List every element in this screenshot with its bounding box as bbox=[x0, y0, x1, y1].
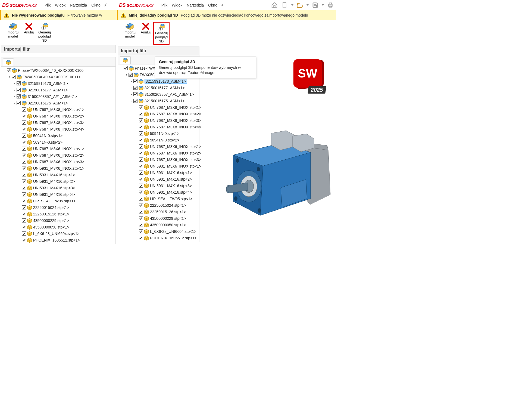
tree-row[interactable]: Phase-TWX0503A_40_4XXX00CK100 bbox=[3, 67, 115, 74]
collapse-icon[interactable]: ▾ bbox=[125, 73, 128, 76]
tree-checkbox[interactable] bbox=[17, 88, 21, 92]
cancel-button[interactable]: Anuluj bbox=[139, 22, 152, 35]
tree-checkbox[interactable] bbox=[22, 134, 26, 138]
new-document-button[interactable] bbox=[281, 2, 289, 8]
save-button[interactable] bbox=[311, 2, 319, 8]
tree-row[interactable]: ▸31500203857_AF1_ASM<1> bbox=[120, 91, 199, 98]
tree-checkbox[interactable] bbox=[139, 190, 143, 194]
tree-row[interactable]: 22250015024.stp<1> bbox=[120, 202, 199, 209]
tree-row[interactable]: ▸31500203857_AF1_ASM<1> bbox=[3, 93, 115, 100]
expand-icon[interactable]: ▸ bbox=[130, 93, 133, 96]
menu-narzedzia[interactable]: Narzędzia bbox=[68, 2, 88, 8]
expand-icon[interactable]: ▸ bbox=[13, 88, 16, 92]
generate-3d-preview-button[interactable]: Generuj podgląd 3D bbox=[153, 22, 170, 45]
tree-checkbox[interactable] bbox=[129, 73, 133, 77]
tree-checkbox[interactable] bbox=[133, 92, 137, 96]
tree-row[interactable]: 43500000229.stp<1> bbox=[120, 215, 199, 222]
panel-drag-handle[interactable]: ⋯⋯ bbox=[0, 53, 117, 57]
tree-row[interactable]: 50941N-0.stp<2> bbox=[3, 139, 115, 146]
tree-checkbox[interactable] bbox=[17, 94, 21, 98]
tree-checkbox[interactable] bbox=[139, 138, 143, 142]
tree-row[interactable]: UNI5931_M4X16.stp<2> bbox=[3, 178, 115, 185]
tree-row[interactable]: 43500000229.stp<1> bbox=[3, 217, 115, 224]
tree-row[interactable]: UNI7687_M3X6_INOX.stp<1> bbox=[120, 143, 199, 150]
menu-plik[interactable]: Plik bbox=[43, 2, 52, 8]
tree-row[interactable]: 50941N-0.stp<1> bbox=[3, 132, 115, 139]
tree-row[interactable]: UNI5931_M4X16.stp<1> bbox=[3, 172, 115, 178]
tree-row[interactable]: 43500000050.stp<1> bbox=[120, 222, 199, 228]
tree-checkbox[interactable] bbox=[22, 218, 26, 222]
import-model-button[interactable]: Importuj model bbox=[122, 22, 138, 39]
tree-checkbox[interactable] bbox=[22, 166, 26, 170]
feature-tree-tab[interactable] bbox=[3, 58, 14, 66]
tree-checkbox[interactable] bbox=[139, 216, 143, 220]
tree-checkbox[interactable] bbox=[139, 177, 143, 181]
3d-preview-viewport[interactable] bbox=[220, 117, 334, 220]
tree-row[interactable]: UNI7687_M3X8_INOX.stp<1> bbox=[3, 106, 115, 113]
tree-row[interactable]: LIP_SEAL_TW05.stp<1> bbox=[3, 198, 115, 204]
tree-row[interactable]: UNI7687_M3X8_INOX.stp<3> bbox=[3, 119, 115, 126]
tree-row[interactable]: 22250015024.stp<1> bbox=[3, 204, 115, 211]
home-button[interactable] bbox=[271, 2, 278, 8]
tree-row[interactable]: 22250015126.stp<1> bbox=[3, 211, 115, 217]
tree-checkbox[interactable] bbox=[139, 171, 143, 175]
tree-row[interactable]: UNI7687_M3X8_INOX.stp<2> bbox=[3, 113, 115, 119]
print-button[interactable] bbox=[327, 2, 334, 8]
tree-row[interactable]: 22250015126.stp<1> bbox=[120, 209, 199, 215]
expand-icon[interactable]: ▸ bbox=[130, 86, 133, 89]
tree-row[interactable]: UNI5931_M4X16.stp<3> bbox=[120, 183, 199, 189]
tree-row[interactable]: UNI7687_M3X6_INOX.stp<1> bbox=[3, 146, 115, 152]
menu-okno[interactable]: Okno bbox=[207, 2, 218, 8]
tree-row[interactable]: LIP_SEAL_TW05.stp<1> bbox=[120, 196, 199, 202]
tree-row[interactable]: 43500000050.stp<1> bbox=[3, 224, 115, 230]
tree-row[interactable]: ▸32150015175_ASM<1> bbox=[3, 100, 115, 106]
tree-checkbox[interactable] bbox=[7, 68, 11, 72]
tree-checkbox[interactable] bbox=[22, 199, 26, 203]
tree-row[interactable]: UNI7687_M3X6_INOX.stp<3> bbox=[3, 159, 115, 165]
tree-row[interactable]: ▸32159915173_ASM<1> bbox=[120, 78, 199, 85]
tree-checkbox[interactable] bbox=[22, 186, 26, 190]
tree-row[interactable]: UNI7687_M3X8_INOX.stp<3> bbox=[120, 117, 199, 124]
tree-checkbox[interactable] bbox=[22, 107, 26, 112]
tree-row[interactable]: PHOENIX_1605512.stp<1> bbox=[120, 235, 199, 241]
tree-row[interactable]: ▾TWX0503A.40.4XXX00CK100<1> bbox=[3, 74, 115, 80]
tree-checkbox[interactable] bbox=[139, 236, 143, 240]
tree-row[interactable]: UNI7687_M3X6_INOX.stp<3> bbox=[120, 156, 199, 163]
tree-row[interactable]: ▸32150015175_ASM<1> bbox=[120, 98, 199, 104]
tree-row[interactable]: 50941N-0.stp<1> bbox=[120, 130, 199, 137]
expand-icon[interactable]: ▸ bbox=[130, 99, 133, 103]
tree-row[interactable]: UNI5931_M4X16.stp<4> bbox=[3, 191, 115, 198]
tree-row[interactable]: UNI7687_M3X6_INOX.stp<2> bbox=[120, 150, 199, 156]
feature-tree-left[interactable]: Phase-TWX0503A_40_4XXX00CK100▾TWX0503A.4… bbox=[1, 66, 116, 244]
tree-row[interactable]: UNI5931_M4X16.stp<1> bbox=[120, 169, 199, 176]
tree-checkbox[interactable] bbox=[139, 157, 143, 162]
tree-row[interactable]: UNI7687_M3X8_INOX.stp<2> bbox=[120, 111, 199, 117]
tree-row[interactable]: UNI5931_M3X6_INOX.stp<1> bbox=[120, 163, 199, 169]
tree-row[interactable]: UNI5931_M4X16.stp<4> bbox=[120, 189, 199, 196]
tree-row[interactable]: ▸32150015177_ASM<1> bbox=[3, 87, 115, 93]
expand-icon[interactable]: ▸ bbox=[13, 95, 16, 98]
tree-checkbox[interactable] bbox=[133, 79, 137, 83]
tree-checkbox[interactable] bbox=[139, 105, 143, 109]
tree-row[interactable]: L_6X6-28_UNI6604.stp<1> bbox=[3, 230, 115, 237]
tree-checkbox[interactable] bbox=[22, 205, 26, 209]
tree-row[interactable]: UNI7687_M3X6_INOX.stp<2> bbox=[3, 152, 115, 159]
tree-checkbox[interactable] bbox=[17, 81, 21, 85]
menu-okno[interactable]: Okno bbox=[90, 2, 102, 8]
tree-checkbox[interactable] bbox=[139, 184, 143, 188]
tree-checkbox[interactable] bbox=[139, 131, 143, 135]
tree-row[interactable]: UNI5931_M4X16.stp<2> bbox=[120, 176, 199, 183]
cancel-button[interactable]: Anuluj bbox=[22, 22, 35, 35]
tree-row[interactable]: UNI7687_M3X8_INOX.stp<4> bbox=[120, 124, 199, 130]
save-dropdown[interactable] bbox=[322, 2, 324, 8]
tree-row[interactable]: ▸32150015177_ASM<1> bbox=[120, 85, 199, 91]
menu-narzedzia[interactable]: Narzędzia bbox=[185, 2, 205, 8]
tree-checkbox[interactable] bbox=[22, 114, 26, 118]
pin-icon[interactable] bbox=[220, 3, 224, 8]
pin-icon[interactable] bbox=[104, 3, 107, 8]
feature-tree-right[interactable]: Phase-TWX0503A_40_4XXX00CK100▾TWX0503A.4… bbox=[118, 64, 199, 242]
open-dropdown[interactable] bbox=[306, 2, 309, 8]
tree-checkbox[interactable] bbox=[22, 147, 26, 151]
open-button[interactable] bbox=[296, 2, 304, 8]
collapse-icon[interactable]: ▾ bbox=[8, 75, 11, 79]
